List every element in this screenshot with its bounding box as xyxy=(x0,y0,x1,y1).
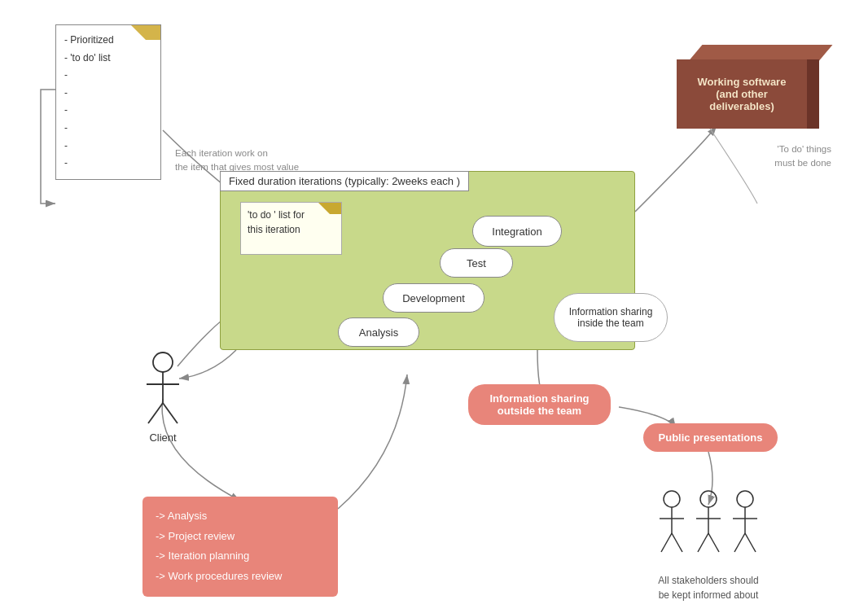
svg-line-6 xyxy=(163,403,178,423)
public-presentations: Public presentations xyxy=(643,423,778,452)
analysis-oval: Analysis xyxy=(338,317,419,347)
ws-label: Working software(and other deliverables) xyxy=(683,76,800,112)
priority-box: - Prioritized - 'to do' list - - - - - - xyxy=(55,24,161,180)
development-oval: Development xyxy=(383,283,484,313)
svg-line-20 xyxy=(734,533,745,552)
svg-line-21 xyxy=(745,533,756,552)
priority-text: - Prioritized xyxy=(64,34,114,46)
todo-must-be-done: 'To do' thingsmust be done xyxy=(734,142,831,171)
svg-point-2 xyxy=(153,352,173,372)
todo-iteration-note: 'to do ' list forthis iteration xyxy=(240,202,342,255)
info-sharing-outside: Information sharing outside the team xyxy=(468,384,611,425)
ws-side-face xyxy=(807,59,819,129)
svg-line-5 xyxy=(148,403,163,423)
list-item-1: -> Analysis xyxy=(156,506,325,527)
working-software-box: Working software(and other deliverables) xyxy=(677,45,819,122)
svg-line-16 xyxy=(708,533,719,552)
iteration-label: Fixed duration iterations (typically: 2w… xyxy=(220,171,469,191)
stakeholders-figures: All stakeholders shouldbe kept informed … xyxy=(651,488,765,602)
client-figure: Client xyxy=(138,350,187,444)
list-item-2: -> Project review xyxy=(156,527,325,547)
list-item-4: -> Work procedures review xyxy=(156,567,325,587)
red-list-box: -> Analysis -> Project review -> Iterati… xyxy=(142,497,338,597)
svg-point-12 xyxy=(700,491,717,507)
svg-line-10 xyxy=(661,533,672,552)
svg-point-7 xyxy=(664,491,680,507)
list-item-3: -> Iteration planning xyxy=(156,546,325,567)
priority-text2: - 'to do' list xyxy=(64,52,111,63)
integration-oval: Integration xyxy=(472,216,562,247)
svg-line-15 xyxy=(698,533,708,552)
test-oval: Test xyxy=(440,248,513,278)
info-sharing-inside: Information sharing inside the team xyxy=(554,293,668,342)
svg-line-11 xyxy=(672,533,682,552)
ws-front-face: Working software(and other deliverables) xyxy=(677,59,807,129)
svg-point-17 xyxy=(737,491,753,507)
all-stakeholders-label: All stakeholders shouldbe kept informed … xyxy=(651,573,765,602)
